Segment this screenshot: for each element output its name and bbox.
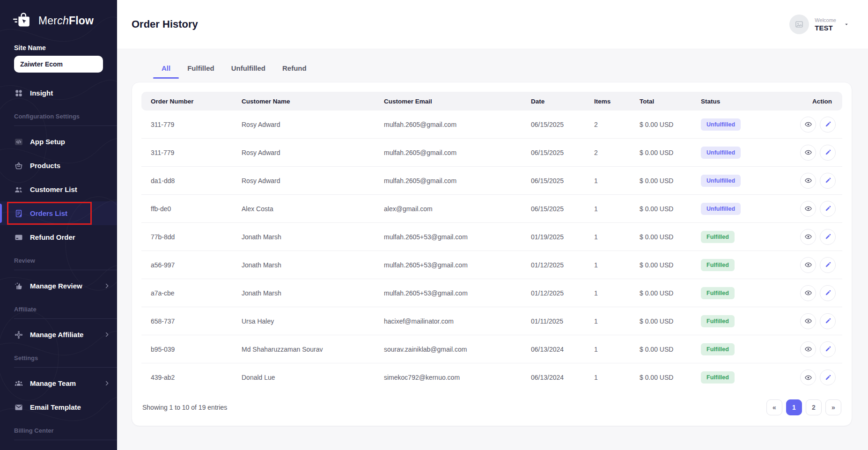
edit-order-button[interactable]: [820, 369, 836, 385]
table-row: a7a-cbeJonath Marshmulfah.2605+53@gmail.…: [141, 279, 842, 307]
image-icon: [794, 20, 804, 29]
orders-table: Order NumberCustomer NameCustomer EmailD…: [141, 92, 842, 391]
cell-action: [778, 363, 842, 391]
pagination-prev-button[interactable]: «: [766, 399, 782, 415]
sidebar-item-customer-list[interactable]: Customer List: [0, 177, 117, 201]
cell-customer-email: mulfah.2605@gmail.com: [376, 167, 523, 195]
view-order-button[interactable]: [800, 117, 816, 133]
pencil-icon: [824, 345, 832, 353]
cell-customer-name: Ursa Haley: [234, 307, 376, 335]
sidebar-nav: InsightConfiguration SettingsApp SetupPr…: [0, 81, 117, 450]
chevron-right-icon: [103, 380, 110, 387]
section-label-settings: Settings: [14, 354, 117, 368]
tab-unfulfilled[interactable]: Unfulfilled: [229, 59, 267, 79]
brand-name: MerchFlow: [38, 15, 94, 27]
order-list-icon: [14, 209, 23, 218]
cell-items: 1: [587, 223, 632, 251]
cell-customer-name: Jonath Marsh: [234, 279, 376, 307]
cell-date: 01/12/2025: [523, 279, 587, 307]
edit-order-button[interactable]: [820, 229, 836, 245]
view-order-button[interactable]: [800, 145, 816, 161]
column-header-total: Total: [632, 92, 693, 111]
cell-total: $ 0.00 USD: [632, 307, 693, 335]
sidebar-item-label: Manage Review: [30, 282, 82, 290]
filter-tabs: AllFulfilledUnfulfilledRefund: [160, 59, 852, 79]
cell-date: 06/15/2025: [523, 195, 587, 223]
sidebar-item-manage-team[interactable]: Manage Team: [0, 371, 117, 395]
table-row: 658-737Ursa Haleyhacixef@mailinator.com0…: [141, 307, 842, 335]
edit-order-button[interactable]: [820, 173, 836, 189]
column-header-customer-email: Customer Email: [376, 92, 523, 111]
sidebar-item-insight[interactable]: Insight: [0, 81, 117, 105]
caret-down-icon[interactable]: [844, 22, 849, 27]
view-order-button[interactable]: [800, 201, 816, 217]
team-icon: [14, 379, 23, 388]
sidebar-item-manage-review[interactable]: Manage Review: [0, 274, 117, 298]
showing-entries-text: Showing 1 to 10 of 19 entries: [142, 404, 227, 411]
avatar: [789, 15, 809, 34]
pagination-page-1[interactable]: 1: [786, 399, 802, 415]
eye-icon: [804, 177, 812, 184]
table-row: ffb-de0Alex Costaalex@gmail.com06/15/202…: [141, 195, 842, 223]
profile-menu[interactable]: Welcome TEST: [789, 15, 849, 34]
sidebar-item-refund-order[interactable]: Refund Order: [0, 225, 117, 249]
cell-customer-email: simekoc792@kernuo.com: [376, 363, 523, 391]
cell-customer-name: Rosy Adward: [234, 167, 376, 195]
sidebar-item-label: App Setup: [30, 138, 65, 146]
view-order-button[interactable]: [800, 173, 816, 189]
shopping-bag-icon: [12, 11, 34, 30]
tab-refund[interactable]: Refund: [280, 59, 309, 79]
sidebar-item-app-setup[interactable]: App Setup: [0, 130, 117, 154]
basket-icon: [14, 161, 23, 170]
eye-icon: [804, 345, 812, 353]
cell-order-number: a56-997: [141, 251, 234, 279]
cell-action: [778, 167, 842, 195]
pagination-page-2[interactable]: 2: [806, 399, 822, 415]
sidebar-item-email-template[interactable]: Email Template: [0, 395, 117, 419]
view-order-button[interactable]: [800, 313, 816, 329]
edit-order-button[interactable]: [820, 341, 836, 357]
users-icon: [14, 185, 23, 194]
sidebar-item-orders-list[interactable]: Orders List: [0, 201, 117, 225]
cell-date: 01/12/2025: [523, 251, 587, 279]
view-order-button[interactable]: [800, 341, 816, 357]
edit-order-button[interactable]: [820, 201, 836, 217]
tab-all[interactable]: All: [160, 59, 172, 79]
chevron-right-icon: [103, 282, 110, 289]
pencil-icon: [824, 317, 832, 325]
orders-card: Order NumberCustomer NameCustomer EmailD…: [132, 82, 852, 426]
view-order-button[interactable]: [800, 285, 816, 301]
edit-order-button[interactable]: [820, 145, 836, 161]
view-order-button[interactable]: [800, 369, 816, 385]
cell-total: $ 0.00 USD: [632, 195, 693, 223]
pencil-icon: [824, 148, 832, 156]
sidebar-item-manage-affiliate[interactable]: Manage Affiliate: [0, 323, 117, 347]
column-header-status: Status: [693, 92, 778, 111]
eye-icon: [804, 261, 812, 269]
cell-status: Unfulfilled: [693, 167, 778, 195]
cell-status: Fulfilled: [693, 251, 778, 279]
pagination-next-button[interactable]: »: [825, 399, 841, 415]
view-order-button[interactable]: [800, 257, 816, 273]
cell-total: $ 0.00 USD: [632, 111, 693, 139]
eye-icon: [804, 148, 812, 156]
tab-fulfilled[interactable]: Fulfilled: [185, 59, 216, 79]
view-order-button[interactable]: [800, 229, 816, 245]
sidebar-item-products[interactable]: Products: [0, 154, 117, 177]
cell-customer-email: sourav.zainiklab@gmail.com: [376, 335, 523, 363]
edit-order-button[interactable]: [820, 257, 836, 273]
edit-order-button[interactable]: [820, 285, 836, 301]
edit-order-button[interactable]: [820, 313, 836, 329]
table-footer: Showing 1 to 10 of 19 entries «12»: [141, 391, 842, 419]
column-header-action: Action: [778, 92, 842, 111]
site-name-input[interactable]: [14, 56, 103, 73]
pencil-icon: [824, 261, 832, 269]
sidebar-item-label: Manage Affiliate: [30, 331, 83, 339]
affiliate-icon: [14, 330, 23, 339]
edit-order-button[interactable]: [820, 117, 836, 133]
pagination: «12»: [766, 399, 841, 415]
cell-customer-email: mulfah.2605+53@gmail.com: [376, 251, 523, 279]
sidebar-item-pricing[interactable]: $Pricing: [0, 444, 117, 450]
brand[interactable]: MerchFlow: [0, 0, 117, 34]
pencil-icon: [824, 120, 832, 128]
